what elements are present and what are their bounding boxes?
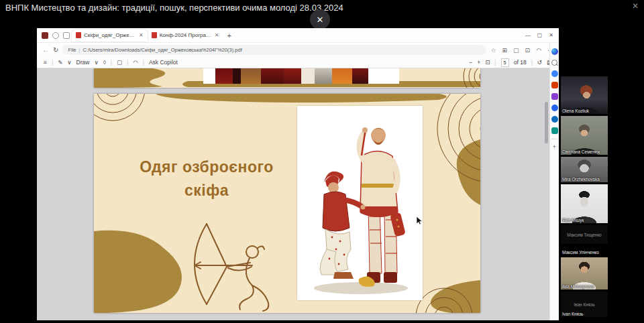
- toolbar-separator: |: [494, 59, 496, 66]
- pdf-file-icon: [152, 32, 157, 38]
- participant-name-label: Olena Kozliuk: [562, 109, 589, 113]
- sidebar-drop-icon[interactable]: [551, 127, 558, 134]
- highlight-pen-icon[interactable]: ✎: [58, 59, 62, 66]
- page-count-label: of 18: [514, 59, 527, 66]
- slide-title-line1: Одяг озброєного: [106, 155, 307, 179]
- address-bar: ← ↻ File | C:/Users/mira/Downloads/Скіфи…: [37, 43, 559, 57]
- participant-tile[interactable]: Іван Князь Ivan Князь: [561, 292, 608, 317]
- sidebar-office-icon[interactable]: [551, 82, 558, 88]
- toolbar-separator: |: [111, 59, 112, 66]
- collections-icon[interactable]: ▢: [513, 47, 519, 54]
- favorites-star-icon[interactable]: ☆: [490, 47, 496, 54]
- new-tab-button[interactable]: +: [227, 31, 231, 40]
- zoom-in-icon[interactable]: +: [477, 59, 480, 66]
- address-bar-actions: ☆ ⊞ ▢ ⊡ ◠ ⋯: [490, 47, 553, 54]
- sidebar-tools-icon[interactable]: [551, 70, 558, 77]
- workspaces-icon[interactable]: [42, 32, 48, 39]
- overlay-close-button[interactable]: ✕: [310, 9, 330, 29]
- participant-tile[interactable]: Максим Тищенко: [561, 225, 608, 244]
- split-screen-icon[interactable]: ⊞: [502, 47, 508, 54]
- slide-title: Одяг озброєного скіфа: [106, 155, 307, 202]
- participant-tile[interactable]: Яків Мішук: [561, 184, 608, 223]
- window-close-icon[interactable]: ✕: [549, 32, 553, 38]
- sidebar-outlook-icon[interactable]: [551, 116, 558, 123]
- participant-tile[interactable]: Світлана Семенюк: [561, 116, 608, 155]
- archer-line-drawing: [186, 218, 309, 312]
- copilot-icon[interactable]: [551, 48, 558, 55]
- participant-name-label: Світлана Семенюк: [562, 149, 600, 154]
- participant-name-label: Alla Matusynova: [562, 284, 594, 289]
- pdf-file-icon: [76, 32, 81, 38]
- chevron-down-icon[interactable]: ∨: [94, 59, 98, 66]
- tab-scythian-pdf[interactable]: Скіфи_одяг_Оржеховська 4Г.2... ✕: [72, 29, 148, 42]
- costume-photo-strip: [203, 68, 399, 84]
- tab-close-icon[interactable]: ✕: [139, 32, 144, 38]
- back-icon[interactable]: ←: [42, 46, 49, 54]
- scythian-warriors-illustration: [297, 106, 423, 300]
- zoom-out-icon[interactable]: −: [469, 59, 472, 66]
- toolbar-separator: |: [52, 59, 53, 66]
- fit-page-icon[interactable]: ⊡: [485, 59, 490, 66]
- participant-tile[interactable]: Mira Orzhekhovska: [561, 157, 608, 182]
- toolbar-separator: |: [531, 59, 533, 66]
- corner-close-icon[interactable]: ✕: [632, 1, 639, 11]
- tab-label: Конф-2024 Програма.pdf: [160, 32, 212, 38]
- video-frame: ВНПК Мистецтво та дизайн: традиції, пошу…: [0, 0, 644, 323]
- vertical-tabs-icon[interactable]: [63, 32, 70, 39]
- refresh-icon[interactable]: ↻: [53, 46, 58, 54]
- sidebar-games-icon[interactable]: [551, 105, 558, 111]
- tab-close-icon[interactable]: ✕: [215, 32, 219, 38]
- close-icon: ✕: [317, 15, 324, 25]
- tab-label: Скіфи_одяг_Оржеховська 4Г.2...: [84, 32, 136, 38]
- minimize-icon[interactable]: —: [525, 32, 531, 38]
- sidebar-search-icon[interactable]: [551, 60, 557, 66]
- tab-program-pdf[interactable]: Конф-2024 Програма.pdf ✕: [148, 29, 223, 42]
- read-aloud-icon[interactable]: ◠: [133, 59, 138, 66]
- browser-window: Скіфи_одяг_Оржеховська 4Г.2... ✕ Конф-20…: [37, 28, 559, 320]
- participant-tile[interactable]: Alla Matusynova: [561, 257, 608, 289]
- draw-button[interactable]: Draw: [76, 59, 90, 66]
- pdf-viewer[interactable]: Одяг озброєного скіфа: [37, 68, 549, 320]
- toolbar-separator: |: [143, 59, 144, 66]
- pdf-scrollbar[interactable]: [545, 102, 548, 143]
- edge-sidebar: +: [549, 43, 559, 320]
- participant-name-label: Яків Мішук: [562, 218, 584, 222]
- file-scheme-label: File: [68, 47, 76, 53]
- eraser-icon[interactable]: ◊: [103, 59, 106, 66]
- pdf-toolbar: ≡ | ✎ ∨ Draw ∨ ◊ | ▢ | ◠ | Ask Copilot −…: [37, 57, 559, 68]
- page-view-icon[interactable]: ▢: [117, 59, 122, 66]
- participant-name-centered: Максим Тищенко: [561, 225, 608, 244]
- window-controls: — ▢ ✕: [525, 32, 559, 38]
- pdf-zoom-controls: − + ⊡ | 5 of 18 | ↺ ▤: [469, 58, 552, 67]
- participant-name-label: Mira Orzhekhovska: [562, 177, 600, 182]
- participant-name-label: Ivan Князь: [562, 312, 583, 316]
- chevron-down-icon[interactable]: ∨: [67, 59, 71, 66]
- participant-name-label: Максим Улінченко: [562, 250, 599, 255]
- toc-menu-icon[interactable]: ≡: [44, 59, 47, 66]
- sidebar-add-icon[interactable]: +: [553, 144, 556, 150]
- tab-strip: Скіфи_одяг_Оржеховська 4Г.2... ✕ Конф-20…: [37, 28, 559, 43]
- video-title: ВНПК Мистецтво та дизайн: традиції, пошу…: [5, 3, 343, 13]
- address-field[interactable]: File | C:/Users/mira/Downloads/Скіфи_одя…: [62, 45, 486, 55]
- pdf-page-current: Одяг озброєного скіфа: [94, 94, 480, 313]
- participant-tile[interactable]: Максим Улінченко: [561, 246, 608, 255]
- slide-title-line2: скіфа: [106, 179, 307, 202]
- participant-tile[interactable]: Olena Kozliuk: [561, 76, 608, 114]
- sidebar-teams-icon[interactable]: [551, 93, 558, 100]
- toolbar-separator: |: [127, 59, 128, 66]
- browser-essentials-icon[interactable]: ⊡: [525, 47, 531, 54]
- page-number-input[interactable]: 5: [501, 58, 509, 67]
- ask-copilot-button[interactable]: Ask Copilot: [149, 59, 178, 66]
- pdf-page-previous: [94, 68, 480, 88]
- maximize-icon[interactable]: ▢: [537, 32, 543, 38]
- sidebar-divider: [551, 139, 557, 139]
- address-url: C:/Users/mira/Downloads/Скіфи_одяг_Оржех…: [83, 47, 241, 53]
- tab-search-icon[interactable]: [52, 32, 59, 39]
- rotate-icon[interactable]: ↺: [537, 59, 542, 66]
- address-divider: |: [78, 47, 80, 53]
- profile-avatar-icon[interactable]: ◠: [536, 47, 541, 54]
- mouse-cursor: [416, 216, 423, 225]
- participants-panel: Olena Kozliuk Світлана Семенюк Mira Orzh…: [561, 76, 608, 319]
